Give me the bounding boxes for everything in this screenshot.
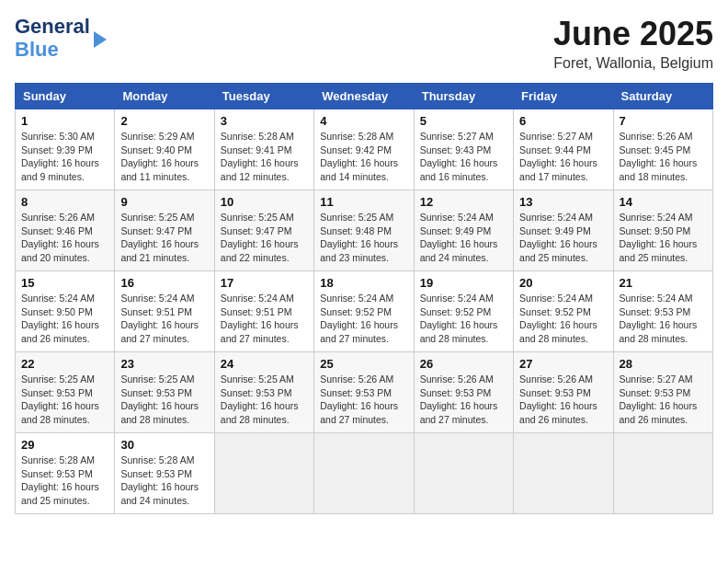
day-number: 28 bbox=[620, 357, 707, 371]
header-tuesday: Tuesday bbox=[214, 84, 313, 109]
day-number: 1 bbox=[21, 114, 108, 128]
day-number: 27 bbox=[519, 357, 607, 371]
calendar-cell: 25 Sunrise: 5:26 AM Sunset: 9:53 PM Dayl… bbox=[314, 352, 414, 433]
day-number: 17 bbox=[221, 276, 308, 290]
cell-text: Sunrise: 5:25 AM Sunset: 9:48 PM Dayligh… bbox=[320, 211, 407, 265]
day-number: 3 bbox=[221, 114, 308, 128]
header-monday: Monday bbox=[115, 84, 214, 109]
cell-text: Sunrise: 5:24 AM Sunset: 9:50 PM Dayligh… bbox=[620, 211, 707, 265]
day-number: 29 bbox=[21, 438, 108, 452]
cell-text: Sunrise: 5:24 AM Sunset: 9:50 PM Dayligh… bbox=[21, 292, 108, 346]
cell-text: Sunrise: 5:24 AM Sunset: 9:49 PM Dayligh… bbox=[420, 211, 507, 265]
calendar-cell: 9 Sunrise: 5:25 AM Sunset: 9:47 PM Dayli… bbox=[115, 190, 214, 271]
cell-text: Sunrise: 5:30 AM Sunset: 9:39 PM Dayligh… bbox=[21, 130, 108, 184]
day-number: 20 bbox=[519, 276, 607, 290]
day-number: 11 bbox=[320, 195, 407, 209]
calendar-cell: 22 Sunrise: 5:25 AM Sunset: 9:53 PM Dayl… bbox=[16, 352, 115, 433]
day-number: 5 bbox=[420, 114, 507, 128]
day-number: 6 bbox=[519, 114, 607, 128]
calendar-cell: 24 Sunrise: 5:25 AM Sunset: 9:53 PM Dayl… bbox=[214, 352, 313, 433]
day-number: 21 bbox=[620, 276, 707, 290]
calendar-cell: 14 Sunrise: 5:24 AM Sunset: 9:50 PM Dayl… bbox=[613, 190, 712, 271]
calendar-cell: 2 Sunrise: 5:29 AM Sunset: 9:40 PM Dayli… bbox=[115, 109, 214, 190]
calendar-cell: 5 Sunrise: 5:27 AM Sunset: 9:43 PM Dayli… bbox=[414, 109, 513, 190]
calendar-cell: 12 Sunrise: 5:24 AM Sunset: 9:49 PM Dayl… bbox=[414, 190, 513, 271]
calendar-cell: 4 Sunrise: 5:28 AM Sunset: 9:42 PM Dayli… bbox=[314, 109, 414, 190]
cell-text: Sunrise: 5:24 AM Sunset: 9:52 PM Dayligh… bbox=[420, 292, 507, 346]
day-number: 2 bbox=[120, 114, 208, 128]
cell-text: Sunrise: 5:28 AM Sunset: 9:53 PM Dayligh… bbox=[120, 454, 208, 508]
calendar-cell: 28 Sunrise: 5:27 AM Sunset: 9:53 PM Dayl… bbox=[613, 352, 712, 433]
day-number: 23 bbox=[120, 357, 208, 371]
calendar-cell: 18 Sunrise: 5:24 AM Sunset: 9:52 PM Dayl… bbox=[314, 271, 414, 352]
calendar-cell bbox=[314, 433, 414, 514]
cell-text: Sunrise: 5:28 AM Sunset: 9:53 PM Dayligh… bbox=[21, 454, 108, 508]
cell-text: Sunrise: 5:26 AM Sunset: 9:46 PM Dayligh… bbox=[21, 211, 108, 265]
calendar-cell: 27 Sunrise: 5:26 AM Sunset: 9:53 PM Dayl… bbox=[514, 352, 613, 433]
calendar-cell: 11 Sunrise: 5:25 AM Sunset: 9:48 PM Dayl… bbox=[314, 190, 414, 271]
week-row-1: 1 Sunrise: 5:30 AM Sunset: 9:39 PM Dayli… bbox=[16, 109, 713, 190]
page-header: General Blue June 2025 Foret, Wallonia, … bbox=[15, 15, 713, 72]
month-title: June 2025 bbox=[553, 15, 713, 53]
calendar-cell: 30 Sunrise: 5:28 AM Sunset: 9:53 PM Dayl… bbox=[115, 433, 214, 514]
cell-text: Sunrise: 5:27 AM Sunset: 9:43 PM Dayligh… bbox=[420, 130, 507, 184]
cell-text: Sunrise: 5:26 AM Sunset: 9:53 PM Dayligh… bbox=[320, 373, 407, 427]
calendar-cell bbox=[414, 433, 513, 514]
cell-text: Sunrise: 5:26 AM Sunset: 9:53 PM Dayligh… bbox=[519, 373, 607, 427]
cell-text: Sunrise: 5:25 AM Sunset: 9:47 PM Dayligh… bbox=[221, 211, 308, 265]
cell-text: Sunrise: 5:28 AM Sunset: 9:41 PM Dayligh… bbox=[221, 130, 308, 184]
location-subtitle: Foret, Wallonia, Belgium bbox=[553, 55, 713, 72]
day-number: 22 bbox=[21, 357, 108, 371]
calendar-cell: 10 Sunrise: 5:25 AM Sunset: 9:47 PM Dayl… bbox=[214, 190, 313, 271]
calendar-cell: 29 Sunrise: 5:28 AM Sunset: 9:53 PM Dayl… bbox=[16, 433, 115, 514]
cell-text: Sunrise: 5:24 AM Sunset: 9:51 PM Dayligh… bbox=[120, 292, 208, 346]
calendar-cell: 1 Sunrise: 5:30 AM Sunset: 9:39 PM Dayli… bbox=[16, 109, 115, 190]
cell-text: Sunrise: 5:27 AM Sunset: 9:44 PM Dayligh… bbox=[519, 130, 607, 184]
calendar-cell: 20 Sunrise: 5:24 AM Sunset: 9:52 PM Dayl… bbox=[514, 271, 613, 352]
day-number: 24 bbox=[221, 357, 308, 371]
calendar-cell: 13 Sunrise: 5:24 AM Sunset: 9:49 PM Dayl… bbox=[514, 190, 613, 271]
calendar-cell: 8 Sunrise: 5:26 AM Sunset: 9:46 PM Dayli… bbox=[16, 190, 115, 271]
calendar-cell: 15 Sunrise: 5:24 AM Sunset: 9:50 PM Dayl… bbox=[16, 271, 115, 352]
week-row-4: 22 Sunrise: 5:25 AM Sunset: 9:53 PM Dayl… bbox=[16, 352, 713, 433]
day-number: 12 bbox=[420, 195, 507, 209]
calendar-cell: 3 Sunrise: 5:28 AM Sunset: 9:41 PM Dayli… bbox=[214, 109, 313, 190]
week-row-3: 15 Sunrise: 5:24 AM Sunset: 9:50 PM Dayl… bbox=[16, 271, 713, 352]
cell-text: Sunrise: 5:25 AM Sunset: 9:53 PM Dayligh… bbox=[221, 373, 308, 427]
day-number: 7 bbox=[620, 114, 707, 128]
calendar-cell: 23 Sunrise: 5:25 AM Sunset: 9:53 PM Dayl… bbox=[115, 352, 214, 433]
cell-text: Sunrise: 5:24 AM Sunset: 9:49 PM Dayligh… bbox=[519, 211, 607, 265]
cell-text: Sunrise: 5:25 AM Sunset: 9:53 PM Dayligh… bbox=[21, 373, 108, 427]
header-friday: Friday bbox=[514, 84, 613, 109]
cell-text: Sunrise: 5:24 AM Sunset: 9:51 PM Dayligh… bbox=[221, 292, 308, 346]
calendar-cell: 16 Sunrise: 5:24 AM Sunset: 9:51 PM Dayl… bbox=[115, 271, 214, 352]
week-row-2: 8 Sunrise: 5:26 AM Sunset: 9:46 PM Dayli… bbox=[16, 190, 713, 271]
day-number: 8 bbox=[21, 195, 108, 209]
calendar-cell bbox=[214, 433, 313, 514]
day-number: 9 bbox=[120, 195, 208, 209]
calendar-cell: 7 Sunrise: 5:26 AM Sunset: 9:45 PM Dayli… bbox=[613, 109, 712, 190]
cell-text: Sunrise: 5:26 AM Sunset: 9:53 PM Dayligh… bbox=[420, 373, 507, 427]
header-saturday: Saturday bbox=[613, 84, 712, 109]
logo-text: General bbox=[15, 15, 90, 38]
header-sunday: Sunday bbox=[16, 84, 115, 109]
calendar-cell: 21 Sunrise: 5:24 AM Sunset: 9:53 PM Dayl… bbox=[613, 271, 712, 352]
day-number: 13 bbox=[519, 195, 607, 209]
cell-text: Sunrise: 5:29 AM Sunset: 9:40 PM Dayligh… bbox=[120, 130, 208, 184]
week-row-5: 29 Sunrise: 5:28 AM Sunset: 9:53 PM Dayl… bbox=[16, 433, 713, 514]
calendar-cell: 19 Sunrise: 5:24 AM Sunset: 9:52 PM Dayl… bbox=[414, 271, 513, 352]
cell-text: Sunrise: 5:26 AM Sunset: 9:45 PM Dayligh… bbox=[620, 130, 707, 184]
day-number: 14 bbox=[620, 195, 707, 209]
day-number: 15 bbox=[21, 276, 108, 290]
calendar-cell bbox=[613, 433, 712, 514]
cell-text: Sunrise: 5:24 AM Sunset: 9:53 PM Dayligh… bbox=[620, 292, 707, 346]
calendar-cell: 6 Sunrise: 5:27 AM Sunset: 9:44 PM Dayli… bbox=[514, 109, 613, 190]
day-number: 10 bbox=[221, 195, 308, 209]
cell-text: Sunrise: 5:25 AM Sunset: 9:47 PM Dayligh… bbox=[120, 211, 208, 265]
title-block: June 2025 Foret, Wallonia, Belgium bbox=[553, 15, 713, 72]
day-number: 19 bbox=[420, 276, 507, 290]
day-number: 26 bbox=[420, 357, 507, 371]
calendar-cell: 17 Sunrise: 5:24 AM Sunset: 9:51 PM Dayl… bbox=[214, 271, 313, 352]
logo: General Blue bbox=[15, 15, 107, 62]
day-number: 30 bbox=[120, 438, 208, 452]
